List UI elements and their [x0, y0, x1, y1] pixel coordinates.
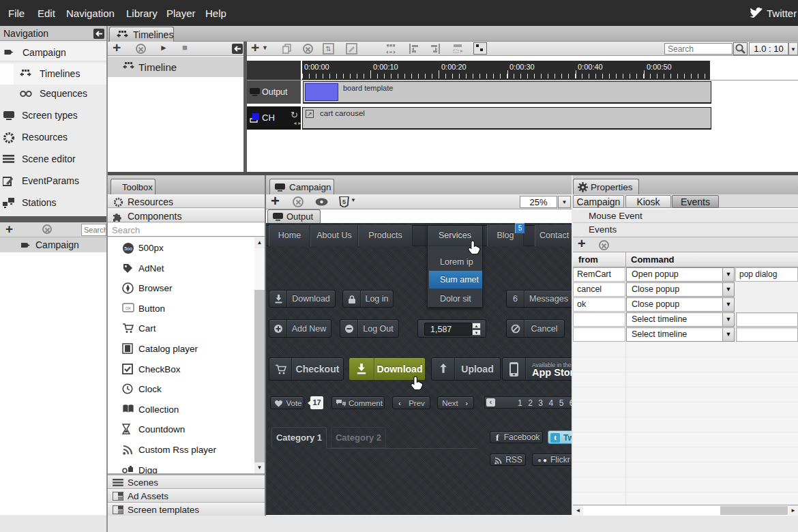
- svg-text:5oo: 5oo: [124, 246, 132, 251]
- svg-text:5: 5: [342, 198, 346, 205]
- svg-text:OK: OK: [125, 306, 132, 310]
